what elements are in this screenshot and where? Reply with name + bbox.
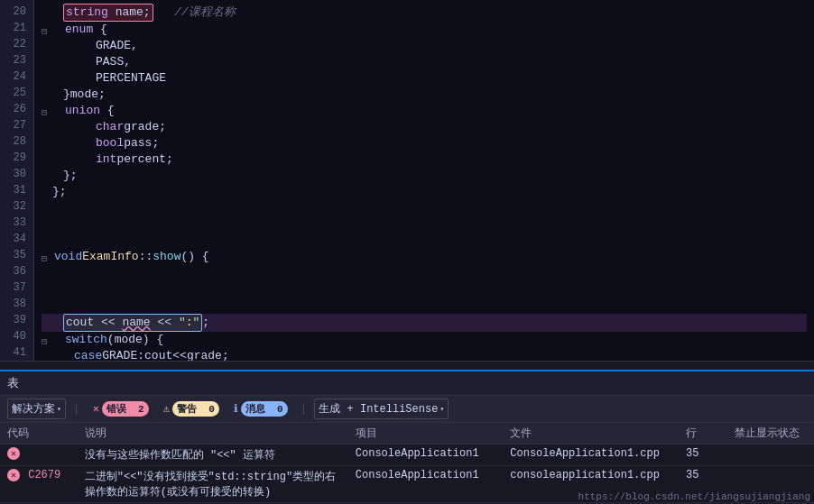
watermark: https://blog.csdn.net/jiangsujiangjiang <box>578 491 810 502</box>
warning-badge: 警告 0 <box>172 401 219 417</box>
code-line: ⊟ switch (mode) { <box>42 332 807 348</box>
warning-triangle-icon: ⚠ <box>163 402 170 416</box>
chevron-down-icon: ▾ <box>57 405 61 413</box>
code-line: ⊟ union { <box>42 103 807 119</box>
code-line: ⊟ enum { <box>42 22 807 38</box>
error-filter-button[interactable]: ✕ 错误 2 <box>88 399 154 418</box>
error-circle-icon: ✕ <box>7 469 20 481</box>
col-header-code: 代码 <box>0 423 78 444</box>
code-line: }; <box>42 184 807 200</box>
code-line <box>42 200 807 249</box>
fold-icon[interactable]: ⊟ <box>42 334 52 345</box>
build-filter-label: 生成 + IntelliSense <box>319 401 438 417</box>
col-header-line: 行 <box>679 423 727 444</box>
separator: | <box>73 402 80 416</box>
code-line: GRADE, <box>42 38 807 54</box>
bottom-panel: 表 解决方案 ▾ | ✕ 错误 2 ⚠ 警告 0 ℹ 消息 0 <box>0 370 814 503</box>
cell-description: 二进制"<<"没有找到接受"std::string"类型的右操作数的运算符(或没… <box>78 466 348 503</box>
info-circle-icon: ℹ <box>234 402 238 416</box>
code-line: }; <box>42 168 807 184</box>
code-line: PASS, <box>42 54 807 70</box>
fold-icon[interactable]: ⊟ <box>42 105 52 116</box>
code-line: string name; //课程名称 <box>42 4 807 22</box>
code-content[interactable]: string name; //课程名称 ⊟ enum { GRADE, PASS… <box>34 0 814 361</box>
cell-file: ConsoleApplication1.cpp <box>503 444 679 466</box>
chevron-down-icon2: ▾ <box>439 405 444 413</box>
cell-description: 没有与这些操作数匹配的 "<<" 运算符 <box>78 444 348 466</box>
panel-title: 表 <box>7 377 19 390</box>
error-circle-icon: ✕ <box>7 447 20 460</box>
cell-code: ✕ C2679 <box>0 466 78 503</box>
code-line: ⊟ void ExamInfo::show() { <box>42 249 807 265</box>
cell-project: ConsoleApplication1 <box>348 444 503 466</box>
warning-filter-button[interactable]: ⚠ 警告 0 <box>158 399 225 418</box>
code-line: bool pass; <box>42 135 807 151</box>
col-header-suppress: 禁止显示状态 <box>727 423 814 444</box>
solution-filter-label: 解决方案 <box>12 401 55 417</box>
cell-line: 35 <box>679 444 727 466</box>
table-row[interactable]: ✕ 没有与这些操作数匹配的 "<<" 运算符 ConsoleApplicatio… <box>0 444 814 466</box>
fold-icon[interactable]: ⊟ <box>42 252 52 262</box>
info-badge: 消息 0 <box>241 401 288 417</box>
col-header-desc: 说明 <box>78 423 348 444</box>
panel-toolbar: 解决方案 ▾ | ✕ 错误 2 ⚠ 警告 0 ℹ 消息 0 | <box>0 396 814 423</box>
cell-code: ✕ <box>0 444 78 466</box>
panel-header: 表 <box>0 371 814 396</box>
code-line: int percent; <box>42 151 807 168</box>
code-line <box>42 265 807 314</box>
col-header-proj: 项目 <box>348 423 503 444</box>
info-filter-button[interactable]: ℹ 消息 0 <box>228 399 293 418</box>
editor-scrollbar[interactable] <box>0 361 814 370</box>
line-numbers: 20 21 22 23 24 25 26 27 28 29 30 31 32 3… <box>0 0 34 361</box>
code-line: }mode; <box>42 87 807 103</box>
code-line: char grade; <box>42 119 807 135</box>
error-circle-icon: ✕ <box>93 402 99 416</box>
code-editor: 20 21 22 23 24 25 26 27 28 29 30 31 32 3… <box>0 0 814 361</box>
fold-icon[interactable]: ⊟ <box>42 24 52 35</box>
code-line-35: cout << name << ":"; <box>42 314 807 332</box>
build-filter-dropdown[interactable]: 生成 + IntelliSense ▾ <box>314 399 449 419</box>
cell-project: ConsoleApplication1 <box>348 466 503 503</box>
code-line: PERCENTAGE <box>42 70 807 87</box>
col-header-file: 文件 <box>503 423 679 444</box>
code-line: case GRADE:cout << grade; <box>42 348 807 361</box>
cell-suppress <box>727 444 814 466</box>
error-badge: 错误 2 <box>102 401 149 417</box>
solution-filter-dropdown[interactable]: 解决方案 ▾ <box>7 399 66 419</box>
separator2: | <box>301 402 308 416</box>
